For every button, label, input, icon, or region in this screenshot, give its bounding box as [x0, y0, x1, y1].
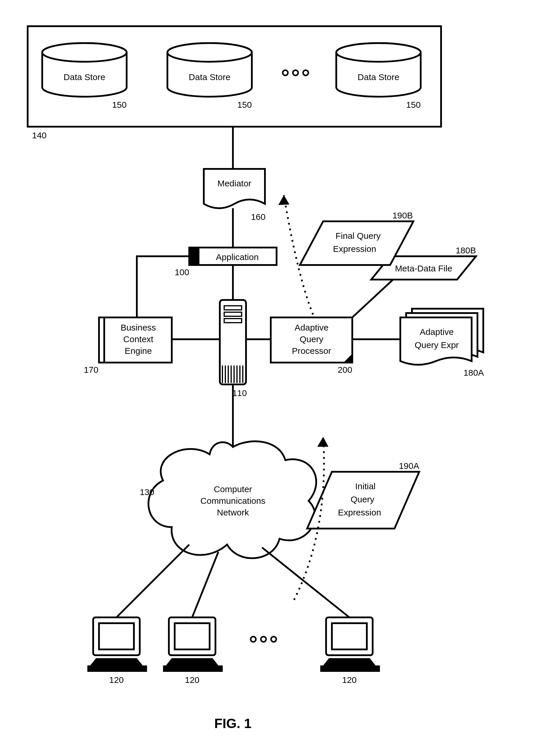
svg-rect-45	[87, 665, 147, 672]
datastore-2: Data Store 150	[167, 43, 252, 109]
datastore-1-label: Data Store	[63, 72, 105, 82]
svg-rect-15	[99, 317, 104, 363]
datastore-3-ref: 150	[406, 100, 421, 109]
svg-marker-34	[278, 195, 289, 205]
aqp-line1: Adaptive	[295, 323, 329, 332]
datastore-ooo	[283, 70, 308, 75]
svg-point-1	[42, 43, 127, 62]
finalq-ref: 190B	[392, 211, 413, 220]
datastore-2-label: Data Store	[189, 72, 230, 82]
datastore-1: Data Store 150	[42, 43, 127, 109]
initial-query-expression: Initial Query Expression 190A	[307, 461, 419, 529]
application-ref: 100	[175, 267, 189, 277]
client-1: 120	[87, 617, 147, 685]
net-ref: 130	[140, 487, 154, 497]
client-2-ref: 120	[185, 675, 199, 685]
server-icon: 110	[220, 300, 247, 398]
svg-point-41	[261, 637, 266, 642]
aqe-line2: Query Expr	[415, 340, 459, 350]
initq-line2: Query	[351, 494, 374, 504]
application-label: Application	[216, 252, 259, 262]
net-line2: Communications	[200, 496, 265, 506]
svg-line-39	[262, 547, 349, 617]
business-context-engine: Business Context Engine 170	[84, 317, 172, 375]
client-1-ref: 120	[109, 675, 124, 685]
svg-rect-51	[320, 665, 380, 672]
svg-marker-36	[317, 437, 328, 447]
svg-rect-50	[332, 623, 367, 649]
bce-ref: 170	[84, 365, 98, 375]
figure-caption: FIG. 1	[214, 716, 252, 731]
datastore-3-label: Data Store	[358, 72, 399, 82]
svg-rect-19	[224, 312, 242, 316]
svg-rect-44	[99, 623, 134, 649]
svg-point-5	[293, 70, 298, 75]
client-3: 120	[320, 617, 380, 685]
svg-rect-20	[224, 319, 242, 323]
adaptive-query-expr: Adaptive Query Expr 180A	[400, 309, 484, 377]
aqp-line2: Query	[300, 334, 323, 344]
datastore-2-ref: 150	[237, 100, 252, 109]
mediator-label: Mediator	[217, 179, 252, 188]
bce-line2: Context	[123, 334, 153, 344]
svg-point-6	[303, 70, 308, 75]
initq-line1: Initial	[355, 481, 376, 491]
bce-line3: Engine	[125, 346, 152, 356]
svg-line-32	[352, 280, 393, 317]
finalq-line1: Final Query	[335, 231, 381, 241]
svg-rect-18	[224, 306, 242, 310]
aqp-line3: Processor	[292, 346, 331, 356]
net-line1: Computer	[214, 484, 252, 494]
application-box: Application 100	[175, 248, 277, 277]
network-cloud: Computer Communications Network 130	[140, 441, 316, 558]
net-line3: Network	[217, 508, 249, 517]
svg-line-38	[192, 552, 218, 617]
svg-rect-48	[163, 665, 223, 672]
metadata-ref: 180B	[456, 245, 476, 255]
svg-point-40	[251, 637, 256, 642]
svg-point-4	[283, 70, 288, 75]
svg-rect-12	[189, 248, 199, 265]
svg-line-37	[116, 545, 189, 617]
patent-diagram: 140 Data Store 150 Data Store 150 Data S…	[0, 0, 545, 756]
datastore-1-ref: 150	[112, 100, 127, 109]
svg-rect-47	[175, 623, 210, 649]
clients-ooo	[251, 637, 276, 642]
finalq-line2: Expression	[333, 244, 376, 254]
initq-line3: Expression	[338, 508, 381, 517]
metadata-label: Meta-Data File	[395, 264, 452, 273]
adaptive-query-processor: Adaptive Query Processor 200	[271, 317, 352, 375]
datastore-group-ref: 140	[32, 130, 47, 140]
mediator-ref: 160	[251, 212, 266, 222]
aqe-line1: Adaptive	[420, 327, 454, 337]
mediator-doc: Mediator 160	[204, 169, 266, 222]
client-3-ref: 120	[342, 675, 357, 685]
svg-point-3	[167, 43, 252, 62]
svg-point-8	[336, 43, 421, 62]
bce-line1: Business	[121, 323, 156, 332]
server-ref: 110	[232, 388, 247, 398]
svg-point-42	[271, 637, 276, 642]
datastore-3: Data Store 150	[336, 43, 421, 109]
client-2: 120	[163, 617, 223, 685]
aqp-ref: 200	[338, 365, 352, 375]
initq-ref: 190A	[399, 461, 419, 471]
aqe-ref: 180A	[463, 368, 484, 377]
